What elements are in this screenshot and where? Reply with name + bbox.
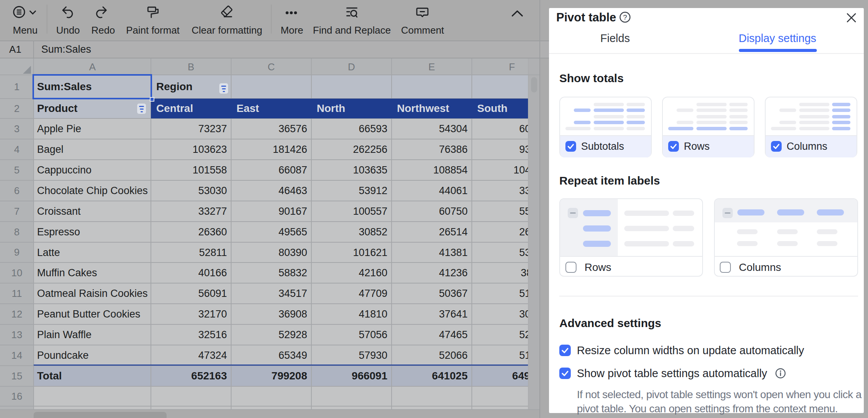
svg-text:?: ? [623, 13, 627, 21]
